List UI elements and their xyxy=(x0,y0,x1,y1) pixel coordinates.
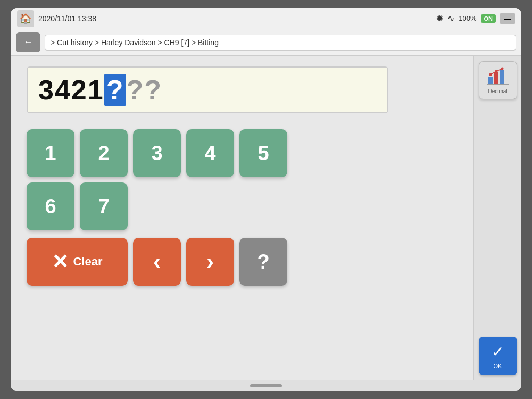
breadcrumb: > Cut history > Harley Davidson > CH9 [7… xyxy=(45,35,516,51)
scroll-indicator xyxy=(11,380,521,391)
battery-percent: 100% xyxy=(459,14,476,22)
device-screen: 🏠 2020/11/01 13:38 ✹ ∿ 100% ON — ← > Cut… xyxy=(11,8,521,391)
bitting-remaining: ?? xyxy=(126,74,162,106)
bitting-cursor: ? xyxy=(104,74,127,106)
numpad-row-2: 6 7 xyxy=(27,182,287,230)
right-sidebar: Decimal ✓ OK xyxy=(473,56,521,380)
scroll-pill xyxy=(250,384,282,387)
ok-check-icon: ✓ xyxy=(492,343,504,361)
content-area: 3421??? 1 2 3 4 5 6 7 ✕ Clea xyxy=(11,56,473,380)
nav-bar: ← > Cut history > Harley Davidson > CH9 … xyxy=(11,29,521,56)
svg-rect-1 xyxy=(494,72,498,84)
ok-button[interactable]: ✓ OK xyxy=(479,337,517,375)
numpad-row-1: 1 2 3 4 5 xyxy=(27,129,287,177)
key-4[interactable]: 4 xyxy=(186,129,234,177)
status-right: ✹ ∿ 100% ON — xyxy=(436,13,515,24)
ok-label: OK xyxy=(494,363,502,369)
bitting-entered: 3421 xyxy=(38,74,104,106)
clear-x-icon: ✕ xyxy=(52,252,69,272)
main-content: 3421??? 1 2 3 4 5 6 7 ✕ Clea xyxy=(11,56,521,380)
datetime: 2020/11/01 13:38 xyxy=(38,14,96,23)
key-3[interactable]: 3 xyxy=(133,129,181,177)
svg-rect-0 xyxy=(488,77,493,84)
back-button[interactable]: ← xyxy=(16,32,40,52)
svg-rect-2 xyxy=(500,70,504,84)
clear-button[interactable]: ✕ Clear xyxy=(27,238,128,286)
key-7[interactable]: 7 xyxy=(80,182,128,230)
clear-label: Clear xyxy=(73,255,102,269)
key-2[interactable]: 2 xyxy=(80,129,128,177)
key-1[interactable]: 1 xyxy=(27,129,74,177)
right-arrow-button[interactable]: › xyxy=(186,238,234,286)
battery-status: ON xyxy=(481,14,496,23)
decimal-button[interactable]: Decimal xyxy=(479,61,517,99)
chart-icon xyxy=(487,67,509,86)
numpad: 1 2 3 4 5 6 7 ✕ Clear ‹ › ? xyxy=(27,129,287,286)
home-button[interactable]: 🏠 xyxy=(17,10,34,27)
status-bar: 🏠 2020/11/01 13:38 ✹ ∿ 100% ON — xyxy=(11,8,521,29)
action-row: ✕ Clear ‹ › ? xyxy=(27,238,287,286)
minimize-button[interactable]: — xyxy=(500,13,515,24)
status-left: 🏠 2020/11/01 13:38 xyxy=(17,10,96,27)
wifi-icon: ∿ xyxy=(447,13,454,23)
bitting-display: 3421??? xyxy=(27,66,388,113)
left-arrow-button[interactable]: ‹ xyxy=(133,238,181,286)
key-6[interactable]: 6 xyxy=(27,182,74,230)
key-5[interactable]: 5 xyxy=(239,129,287,177)
decimal-label: Decimal xyxy=(488,88,507,94)
question-button[interactable]: ? xyxy=(239,238,287,286)
bluetooth-icon: ✹ xyxy=(436,13,443,23)
